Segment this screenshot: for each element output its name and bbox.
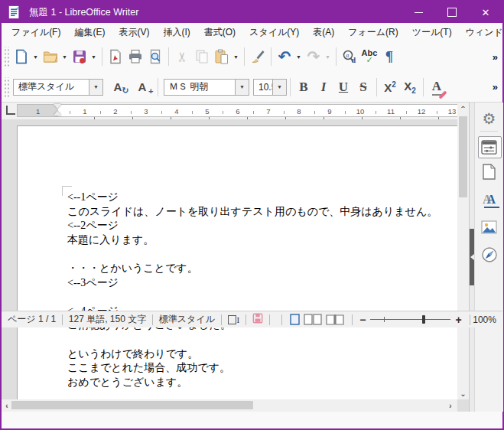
- doc-line[interactable]: ・・・とかいうことです。: [67, 262, 450, 276]
- doc-line[interactable]: [67, 247, 450, 262]
- page-count-status[interactable]: ページ 1 / 1: [2, 313, 62, 326]
- bold-icon: B: [299, 80, 307, 95]
- toolbar-grip[interactable]: [3, 77, 9, 97]
- left-indent-marker[interactable]: [54, 111, 61, 116]
- cut-button[interactable]: ✂: [172, 46, 192, 67]
- sidebar-tab-navigator[interactable]: [475, 243, 503, 266]
- single-page-view-button[interactable]: [290, 314, 300, 325]
- menu-insert[interactable]: 挿入(I): [156, 24, 197, 41]
- chevron-down-icon[interactable]: ▼: [272, 80, 286, 95]
- scroll-right-button[interactable]: ›: [445, 399, 456, 412]
- zoom-out-button[interactable]: −: [359, 314, 366, 325]
- print-button[interactable]: [125, 46, 145, 67]
- zoom-in-button[interactable]: +: [455, 314, 461, 325]
- window-title: 無題 1 - LibreOffice Writer: [29, 6, 138, 19]
- paste-button[interactable]: [212, 46, 232, 67]
- sidebar-tab-gallery[interactable]: [475, 216, 503, 239]
- formatting-marks-button[interactable]: ¶: [379, 46, 399, 67]
- menu-format[interactable]: 書式(O): [197, 24, 242, 41]
- save-button[interactable]: [70, 46, 89, 67]
- paste-dropdown[interactable]: ▼: [232, 46, 240, 67]
- chevron-down-icon[interactable]: ▼: [89, 80, 102, 95]
- doc-line[interactable]: 本題に入ります。: [67, 233, 450, 248]
- doc-line[interactable]: <--1ページ: [67, 191, 450, 205]
- new-document-dropdown[interactable]: ▼: [31, 46, 40, 67]
- zoom-level-status[interactable]: 100%: [470, 314, 502, 325]
- vertical-scroll-thumb[interactable]: [459, 116, 467, 197]
- horizontal-scrollbar[interactable]: ‹ ›: [2, 399, 457, 412]
- menu-styles[interactable]: スタイル(Y): [242, 24, 306, 41]
- paragraph-style-combobox[interactable]: 標準スタイル ▼: [13, 79, 103, 96]
- redo-dropdown[interactable]: ▼: [324, 46, 332, 67]
- find-replace-button[interactable]: ad: [340, 46, 359, 67]
- selection-mode-status[interactable]: I: [222, 315, 246, 324]
- underline-button[interactable]: U: [333, 77, 353, 98]
- toolbar-overflow-button[interactable]: »: [493, 81, 498, 93]
- unsaved-changes-status[interactable]: [246, 313, 269, 326]
- redo-button[interactable]: ↷: [304, 46, 324, 67]
- scroll-down-button[interactable]: ⌄: [457, 387, 469, 399]
- menu-form[interactable]: フォーム(R): [341, 24, 405, 41]
- first-line-indent-marker[interactable]: [54, 104, 61, 109]
- font-size-combobox[interactable]: 10.5 ▼: [253, 79, 287, 96]
- book-view-button[interactable]: [326, 314, 344, 325]
- update-style-button[interactable]: A↻: [108, 77, 128, 98]
- doc-line[interactable]: ここまでとれた場合、成功です。: [67, 361, 450, 376]
- page-style-status[interactable]: 標準スタイル: [153, 313, 221, 326]
- doc-line[interactable]: [67, 290, 450, 305]
- tab-stop-selector-icon[interactable]: [6, 106, 15, 115]
- menu-file[interactable]: ファイル(F): [5, 24, 67, 41]
- open-button[interactable]: [41, 46, 60, 67]
- chevron-down-icon[interactable]: ▼: [235, 80, 249, 95]
- document-text[interactable]: <--1ページ このスライドは、ノートを取り出すテスト用のもので、中身はありませ…: [67, 191, 450, 389]
- sidebar-tab-page[interactable]: [475, 160, 503, 183]
- superscript-button[interactable]: X2: [380, 77, 400, 98]
- doc-line[interactable]: <--3ページ: [67, 276, 450, 291]
- scroll-up-button[interactable]: ⌃: [457, 103, 469, 115]
- font-name-combobox[interactable]: ＭＳ 明朝 ▼: [164, 79, 249, 96]
- subscript-button[interactable]: X2: [400, 77, 420, 98]
- spellcheck-button[interactable]: Abc ✓: [359, 46, 379, 67]
- italic-button[interactable]: I: [314, 77, 333, 98]
- bold-button[interactable]: B: [294, 77, 314, 98]
- copy-button[interactable]: [192, 46, 212, 67]
- vertical-scrollbar[interactable]: ⌃ ⌄: [457, 103, 469, 399]
- open-dropdown[interactable]: ▼: [60, 46, 69, 67]
- doc-line[interactable]: [67, 333, 450, 347]
- menu-tools[interactable]: ツール(T): [405, 24, 459, 41]
- menu-edit[interactable]: 編集(E): [67, 24, 112, 41]
- doc-line[interactable]: このスライドは、ノートを取り出すテスト用のもので、中身はありません。: [67, 205, 450, 220]
- doc-line[interactable]: というわけで終わりです。: [67, 347, 450, 362]
- toolbar-overflow-button[interactable]: »: [493, 51, 498, 63]
- font-color-button[interactable]: A: [427, 77, 447, 98]
- menu-view[interactable]: 表示(V): [112, 24, 156, 41]
- doc-line[interactable]: おめでとうございます。: [67, 376, 450, 390]
- menu-window[interactable]: ウィンドウ(W): [459, 24, 504, 41]
- multi-page-view-button[interactable]: [304, 314, 322, 325]
- clone-formatting-button[interactable]: [248, 46, 268, 67]
- minimize-button[interactable]: [402, 2, 435, 23]
- close-button[interactable]: ✕: [469, 2, 502, 23]
- new-document-button[interactable]: [11, 46, 31, 67]
- save-dropdown[interactable]: ▼: [89, 46, 98, 67]
- scroll-left-button[interactable]: ‹: [2, 399, 12, 412]
- zoom-slider-thumb[interactable]: [422, 315, 425, 324]
- toolbar-grip[interactable]: [3, 47, 9, 67]
- horizontal-scroll-thumb[interactable]: [11, 401, 253, 409]
- menu-table[interactable]: 表(A): [306, 24, 341, 41]
- print-preview-button[interactable]: [145, 46, 165, 67]
- maximize-button[interactable]: [435, 2, 469, 23]
- export-pdf-button[interactable]: [106, 46, 125, 67]
- sidebar-tab-styles[interactable]: AA: [475, 188, 503, 211]
- zoom-slider[interactable]: [370, 315, 450, 324]
- sidebar-divider: [480, 131, 498, 132]
- undo-dropdown[interactable]: ▼: [294, 46, 303, 67]
- undo-button[interactable]: ↶: [275, 46, 294, 67]
- doc-line[interactable]: <--2ページ: [67, 219, 450, 233]
- sidebar-tab-properties[interactable]: [475, 135, 503, 158]
- strikethrough-button[interactable]: S: [353, 77, 373, 98]
- word-count-status[interactable]: 127 単語, 150 文字: [63, 313, 152, 326]
- document-page[interactable]: <--1ページ このスライドは、ノートを取り出すテスト用のもので、中身はありませ…: [17, 125, 457, 399]
- sidebar-settings-button[interactable]: ⚙: [475, 107, 503, 130]
- new-style-button[interactable]: A+: [132, 77, 152, 98]
